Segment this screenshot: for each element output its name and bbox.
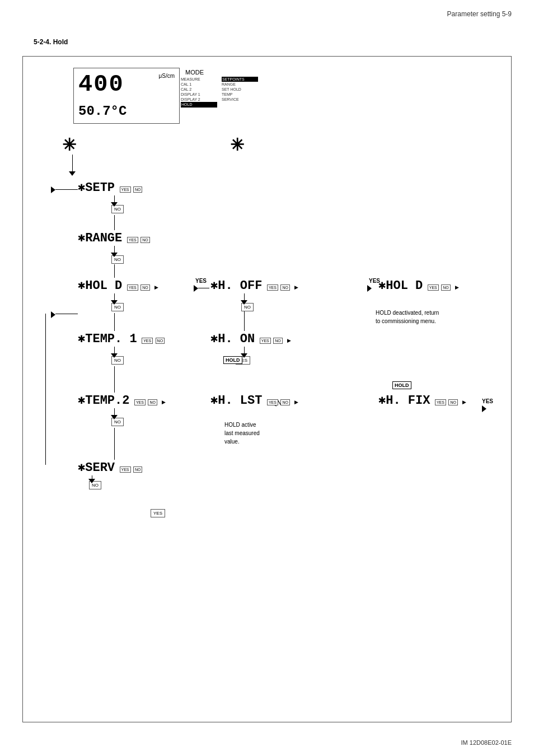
range-label: ✱RANGE xyxy=(78,231,122,245)
arrow-left-in xyxy=(51,186,55,193)
h-fix-yes-btn[interactable]: YES xyxy=(435,399,446,405)
menu-hold: HOLD xyxy=(181,102,217,107)
hold2-arrow-right: ▶ xyxy=(455,284,459,290)
arrow-yes-right xyxy=(367,285,372,292)
yes-label-far-right: YES xyxy=(482,398,493,404)
menu-setpoints: SETPOINTS xyxy=(222,77,258,82)
h-lst-label: ✱H. LST xyxy=(210,394,262,408)
menu-display1: DISPLAY 1 xyxy=(181,92,217,97)
temp2-label: ✱TEMP.2 xyxy=(78,394,129,408)
menu-sethold: SET HOLD xyxy=(222,87,258,92)
h-on-label: ✱H. ON xyxy=(210,332,255,346)
h-fix-no-btn[interactable]: NO xyxy=(448,399,458,405)
starburst-right-top: ✳ xyxy=(230,135,244,155)
setp-yes-btn[interactable]: YES xyxy=(120,186,131,193)
display-main-value: 400 xyxy=(78,71,124,98)
starburst-left-top: ✳ xyxy=(62,135,76,155)
line-hold-temp1 xyxy=(114,313,115,331)
serv-row: ✱SERV YES NO xyxy=(78,460,142,475)
menu-measure: MEASURE xyxy=(181,77,217,82)
serv-arrow-down xyxy=(88,479,95,483)
hold1-arrow-right: ▶ xyxy=(154,284,158,290)
setp-no-btn[interactable]: NO xyxy=(133,186,143,193)
arrow-yes-far-right xyxy=(482,405,486,412)
temp2-yes-btn[interactable]: YES xyxy=(134,399,146,405)
h-on-arrow-down xyxy=(241,353,247,358)
temp2-arrow-right: ▶ xyxy=(162,399,166,405)
hold1-arrow-down xyxy=(111,300,118,305)
temp1-row: ✱TEMP. 1 YES NO xyxy=(78,331,165,346)
setp-label: ✱SETP xyxy=(78,181,115,195)
h-on-yes-btn[interactable]: YES xyxy=(260,338,271,344)
h-lst-row: ✱H. LST YES NO ▶ xyxy=(210,393,298,408)
range-row: ✱RANGE YES NO xyxy=(78,230,150,245)
h-off-arrow-down xyxy=(241,300,247,305)
range-yes-btn[interactable]: YES xyxy=(127,237,138,243)
h-lst-yes-btn[interactable]: YES xyxy=(267,399,278,405)
mode-label: MODE xyxy=(185,69,204,76)
temp1-no-btn[interactable]: NO xyxy=(156,338,165,344)
menu-range: RANGE xyxy=(222,82,258,87)
hold1-yes-btn[interactable]: YES xyxy=(127,284,138,291)
temp1-yes-btn[interactable]: YES xyxy=(142,338,153,344)
line-temp2-serv xyxy=(114,428,115,460)
section-title: 5-2-4. Hold xyxy=(34,38,68,46)
hold2-yes-btn[interactable]: YES xyxy=(428,284,439,291)
h-off-yes-btn[interactable]: YES xyxy=(267,284,278,291)
h-fix-row: ✱H. FIX YES NO ▶ xyxy=(378,393,466,408)
h-off-arrow-right: ▶ xyxy=(294,284,298,290)
menu-service: SERVICE xyxy=(222,97,258,102)
hold-active-text: HOLD activelast measuredvalue. xyxy=(224,421,260,446)
line-left-loop-h xyxy=(55,314,78,314)
range-arrow-down xyxy=(111,253,118,257)
temp1-arrow-down xyxy=(111,353,118,358)
h-fix-arrow-right: ▶ xyxy=(462,399,466,405)
display-sub-value: 50.7°C xyxy=(78,104,127,119)
line-setp-range xyxy=(114,215,115,230)
h-on-row: ✱H. ON YES NO ▶ xyxy=(210,331,291,346)
menu-panel-left: MEASURE CAL 1 CAL 2 DISPLAY 1 DISPLAY 2 … xyxy=(181,77,217,108)
page-header: Parameter setting 5-9 xyxy=(447,10,512,18)
h-off-no-btn[interactable]: NO xyxy=(280,284,290,291)
diagram-box: 400 μS/cm 50.7°C MODE MEASURE CAL 1 CAL … xyxy=(22,56,512,722)
line-top-down xyxy=(72,155,73,171)
hold2-label: ✱HOL D xyxy=(378,279,423,293)
serv-yes-btn[interactable]: YES xyxy=(120,466,131,473)
line-left-in xyxy=(55,189,78,190)
setp-arrow-down xyxy=(111,202,118,207)
temp1-label: ✱TEMP. 1 xyxy=(78,332,137,346)
yes-label-hold: YES xyxy=(195,278,207,284)
arrow-yes-hold xyxy=(194,285,198,292)
hold2-no-btn[interactable]: NO xyxy=(441,284,451,291)
menu-panel-right: SETPOINTS RANGE SET HOLD TEMP SERVICE xyxy=(222,77,258,102)
hold1-no-btn[interactable]: NO xyxy=(140,284,150,291)
serv-label: ✱SERV xyxy=(78,461,115,475)
h-on-no-btn[interactable]: NO xyxy=(273,338,283,344)
menu-cal1: CAL 1 xyxy=(181,82,217,87)
menu-temp: TEMP xyxy=(222,92,258,97)
setp-row: ✱SETP YES NO xyxy=(78,180,142,195)
display-panel: 400 μS/cm 50.7°C xyxy=(73,68,180,124)
display-unit: μS/cm xyxy=(158,73,175,79)
h-lst-no-btn[interactable]: NO xyxy=(280,399,290,405)
h-off-row: ✱H. OFF YES NO ▶ xyxy=(210,278,298,293)
temp2-arrow-down xyxy=(111,415,118,419)
line-yes-hold-h xyxy=(198,288,209,288)
hold2-row: ✱HOL D YES NO ▶ xyxy=(378,278,459,293)
page-footer: IM 12D08E02-01E xyxy=(461,739,512,746)
h-fix-label: ✱H. FIX xyxy=(378,394,430,408)
line-left-loop-v xyxy=(45,314,46,465)
serv-no-btn[interactable]: NO xyxy=(133,466,143,473)
h-lst-arrow-right: ▶ xyxy=(294,399,298,405)
bottom-yes-box[interactable]: YES xyxy=(151,509,165,517)
h-off-label: ✱H. OFF xyxy=(210,279,262,293)
line-temp1-temp2 xyxy=(114,366,115,393)
hold-deactivated-text: HOLD deactivated, returnto commissioning… xyxy=(376,309,439,325)
temp2-no-btn[interactable]: NO xyxy=(148,399,157,405)
arrow-top-down xyxy=(69,171,76,176)
menu-cal2: CAL 2 xyxy=(181,87,217,92)
temp2-row: ✱TEMP.2 YES NO ▶ xyxy=(78,393,166,408)
menu-display2: DISPLAY 2 xyxy=(181,97,217,102)
arrow-left-loop xyxy=(51,311,55,318)
range-no-btn[interactable]: NO xyxy=(140,237,150,243)
